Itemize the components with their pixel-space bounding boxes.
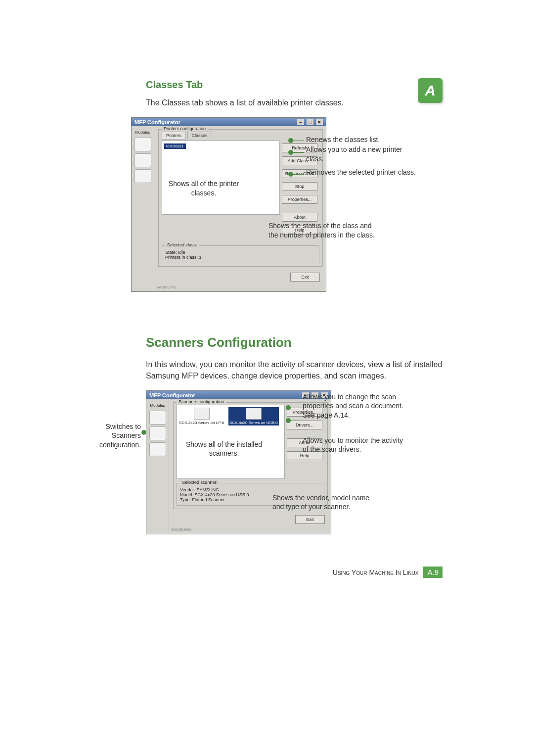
close-icon[interactable]: ✕ (316, 119, 323, 125)
modules-label: Modules (146, 402, 169, 409)
module-printers-icon[interactable] (149, 411, 166, 425)
page-footer: Using Your Machine In Linux A.9 (333, 567, 443, 578)
modules-label: Modules (132, 129, 154, 136)
callout-status: Shows the status of the class and the nu… (268, 221, 382, 239)
selected-vendor: Vendor: SAMSUNG (180, 487, 321, 492)
selected-class-box: Selected class: State: Idle Printers in … (162, 245, 319, 263)
brand-label: SAMSUNG (156, 285, 176, 289)
group-title: Scanners configuration (177, 399, 226, 404)
scanner-item-a[interactable]: SCX-4x20 Series on LP:0 (179, 421, 224, 425)
callout-all-classes: Shows all of the printer classes. (164, 179, 243, 197)
selected-scanner-title: Selected scanner: (180, 480, 220, 485)
selected-class-count: Printers in class: 1 (165, 255, 316, 260)
about-button[interactable]: About (282, 213, 317, 222)
brand-label: SAMSUNG (171, 527, 191, 532)
scanners-heading: Scanners Configuration (146, 335, 443, 350)
tab-printers[interactable]: Printers (162, 132, 186, 140)
window-title: MFP Configurator (149, 392, 195, 398)
footer-page-number: A.9 (423, 567, 443, 578)
minimize-icon[interactable]: – (297, 119, 304, 125)
module-ports-icon[interactable] (134, 169, 151, 183)
callout-drivers: Allows you to monitor the activity of th… (303, 436, 406, 454)
callout-add: Allows you to add a new printer class. (306, 145, 420, 163)
module-scanners-icon[interactable] (134, 153, 151, 167)
appendix-tab: A (418, 78, 443, 103)
group-title: Printers configuration (162, 126, 208, 131)
module-printers-icon[interactable] (134, 138, 151, 151)
callout-refresh: Renews the classes list. (306, 135, 380, 144)
window-controls[interactable]: – □ ✕ (296, 119, 323, 125)
selected-class-state: State: Idle (165, 250, 316, 255)
exit-button[interactable]: Exit (295, 515, 325, 524)
callout-scanner-info: Shows the vendor, model name and type of… (272, 493, 376, 511)
footer-chapter: Using Your Machine In Linux (333, 568, 419, 576)
scanner-icon (194, 408, 210, 420)
window-title: MFP Configurator (134, 119, 180, 125)
scanner-icon (246, 408, 262, 420)
module-ports-icon[interactable] (149, 442, 166, 456)
module-scanners-icon[interactable] (149, 426, 166, 440)
scanner-item-b[interactable]: SCX-4x20 Series on USB:0 (229, 421, 278, 425)
selected-class-title: Selected class: (165, 242, 199, 247)
callout-switch: Switches to Scanners configuration. (87, 422, 141, 449)
callout-remove: Removes the selected printer class. (306, 168, 416, 177)
properties-button[interactable]: Properties... (282, 195, 317, 204)
exit-button[interactable]: Exit (290, 273, 320, 282)
window-title-bar: MFP Configurator – □ ✕ (132, 118, 326, 126)
tab-classes[interactable]: Classes (187, 132, 212, 140)
scanners-intro: In this window, you can monitor the acti… (146, 359, 443, 381)
classes-list[interactable]: testclass1 (162, 141, 280, 215)
callout-all-scanners: Shows all of the installed scanners. (182, 440, 266, 458)
callout-properties: Allows you to change the scan properties… (303, 392, 406, 420)
maximize-icon[interactable]: □ (307, 119, 313, 125)
stop-button[interactable]: Stop (282, 182, 317, 191)
drivers-button[interactable]: Drivers... (287, 421, 322, 429)
class-item[interactable]: testclass1 (164, 143, 186, 149)
classes-heading: Classes Tab (146, 79, 443, 91)
classes-intro: The Classes tab shows a list of availabl… (146, 97, 443, 108)
